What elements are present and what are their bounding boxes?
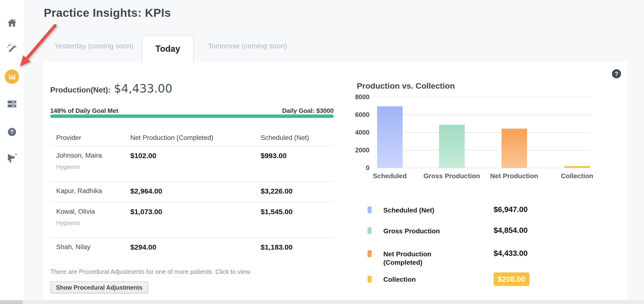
col-net-production: Net Production (Completed) — [130, 134, 261, 146]
bar-net-production — [502, 129, 527, 168]
y-tick: 2000 — [350, 146, 370, 154]
adjustments-note: There are Procedural Adjustments for one… — [50, 268, 251, 275]
y-tick: 0 — [350, 164, 370, 172]
scheduled-value: $1,183.00 — [261, 243, 334, 261]
legend-swatch-gross — [368, 227, 372, 234]
legend-value: $6,947.00 — [494, 205, 528, 214]
legend-label: Collection — [383, 275, 450, 284]
scheduled-value: $3,226.00 — [261, 187, 334, 202]
help-icon: ? — [7, 127, 17, 137]
legend-value: $4,854.00 — [494, 226, 528, 235]
horizontal-scrollbar-thumb[interactable] — [0, 300, 23, 304]
legend-swatch-collection — [368, 276, 372, 282]
x-label: Gross Production — [424, 172, 480, 180]
legend-value-badge: $208.00 — [494, 272, 530, 286]
daily-goal-progressbar — [50, 114, 334, 118]
practice-insights-page: ? Practice Insights: KPIs Yesterday (com… — [0, 0, 644, 304]
provider-name: Shah, Nilay — [56, 243, 130, 251]
svg-text:?: ? — [614, 70, 618, 77]
magic-wand-icon — [7, 44, 17, 54]
provider-role: Hygienist — [56, 220, 130, 226]
y-tick: 8000 — [350, 93, 370, 101]
question-mark-icon: ? — [612, 69, 621, 79]
y-tick: 4000 — [350, 129, 370, 136]
page-title: Practice Insights: KPIs — [44, 6, 171, 19]
bar-chart-plot — [376, 97, 590, 168]
show-procedural-adjustments-button[interactable]: Show Procedural Adjustments — [50, 281, 148, 293]
goal-row: 148% of Daily Goal Met Daily Goal: $3000 — [50, 107, 334, 114]
legend-value: $4,433.00 — [494, 249, 528, 258]
table-row: Kapur, Radhika $2,964.00 $3,226.00 — [50, 182, 334, 202]
table-row: Shah, Nilay $294.00 $1,183.00 — [50, 238, 334, 261]
legend-label: Scheduled (Net) — [383, 206, 450, 214]
sidebar-item-insights-active[interactable] — [5, 69, 19, 84]
chart-title: Production vs. Collection — [357, 81, 455, 91]
provider-table-header: Provider Net Production (Completed) Sche… — [50, 130, 334, 146]
x-label: Net Production — [490, 172, 538, 180]
provider-name: Johnson, Maira — [56, 152, 130, 159]
x-label: Collection — [561, 172, 593, 180]
bar-chart-icon — [8, 73, 16, 81]
provider-name: Kowal, Olivia — [56, 208, 130, 215]
legend-label: Net Production (Completed) — [383, 250, 450, 267]
legend-swatch-net — [368, 250, 372, 257]
sidebar: ? — [0, 0, 24, 304]
net-production-value: $294.00 — [130, 243, 261, 261]
megaphone-icon — [7, 153, 17, 164]
sidebar-item-help[interactable]: ? — [7, 127, 17, 137]
kpi-card: Production(Net): $4,433.00 148% of Daily… — [43, 62, 627, 304]
sidebar-item-announcements[interactable] — [7, 153, 17, 164]
provider-table: Provider Net Production (Completed) Sche… — [50, 130, 334, 261]
col-scheduled: Scheduled (Net) — [261, 134, 334, 146]
net-production-value: $1,073.00 — [130, 208, 261, 237]
goal-progress-label: 148% of Daily Goal Met — [50, 107, 118, 114]
svg-text:?: ? — [10, 129, 14, 135]
legend-swatch-scheduled — [368, 207, 372, 213]
bar-collection — [564, 166, 590, 168]
production-label: Production(Net): — [50, 86, 110, 94]
server-list-icon — [7, 99, 17, 109]
legend-label: Gross Production — [383, 227, 450, 235]
tab-today[interactable]: Today — [142, 35, 194, 63]
scheduled-value: $1,545.00 — [261, 208, 334, 237]
daily-goal-label: Daily Goal: $3000 — [282, 107, 334, 114]
production-value: $4,433.00 — [114, 82, 172, 95]
horizontal-scrollbar[interactable] — [0, 300, 644, 304]
y-tick: 6000 — [350, 111, 370, 118]
provider-name: Kapur, Radhika — [56, 187, 130, 195]
production-summary: Production(Net): $4,433.00 — [50, 82, 172, 95]
daily-goal-progress-fill — [50, 114, 334, 118]
sidebar-item-home[interactable] — [7, 18, 17, 28]
sidebar-item-magic-wand[interactable] — [7, 44, 17, 54]
tab-tomorrow[interactable]: Tomorrow (coming soon) — [204, 42, 290, 50]
bar-scheduled — [377, 106, 403, 168]
col-provider: Provider — [56, 134, 130, 146]
scheduled-value: $993.00 — [261, 152, 334, 181]
provider-role: Hygienist — [56, 164, 130, 170]
net-production-value: $102.00 — [130, 152, 261, 181]
home-icon — [7, 18, 17, 28]
tab-yesterday[interactable]: Yesterday (coming soon) — [52, 42, 136, 50]
net-production-value: $2,964.00 — [130, 187, 261, 202]
table-row: Kowal, Olivia Hygienist $1,073.00 $1,545… — [50, 202, 334, 238]
card-help-button[interactable]: ? — [612, 69, 621, 79]
table-row: Johnson, Maira Hygienist $102.00 $993.00 — [50, 146, 334, 182]
x-label: Scheduled — [373, 172, 407, 180]
sidebar-item-list[interactable] — [7, 99, 17, 109]
bar-gross-production — [439, 125, 465, 168]
